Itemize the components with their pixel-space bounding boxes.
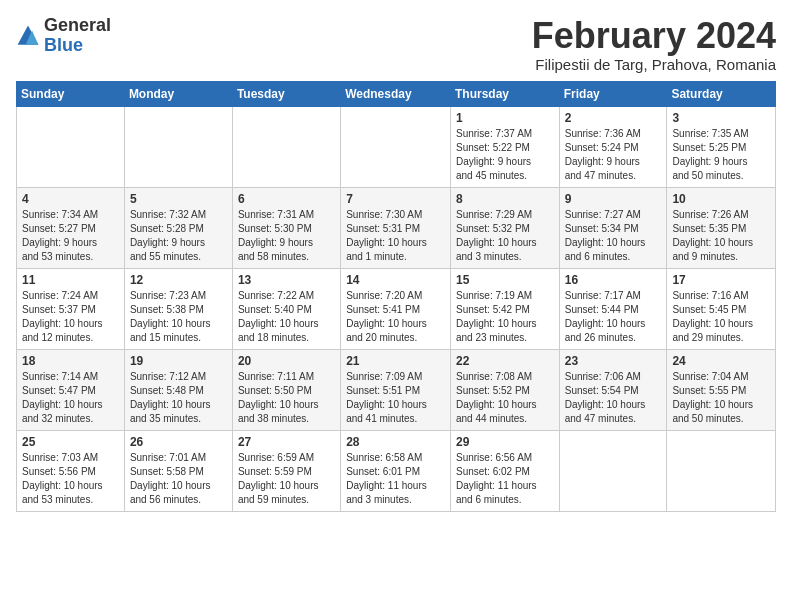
day-info: Sunrise: 7:34 AM Sunset: 5:27 PM Dayligh… xyxy=(22,208,119,264)
calendar-cell: 15Sunrise: 7:19 AM Sunset: 5:42 PM Dayli… xyxy=(450,268,559,349)
calendar-cell: 14Sunrise: 7:20 AM Sunset: 5:41 PM Dayli… xyxy=(341,268,451,349)
day-number: 28 xyxy=(346,435,445,449)
day-number: 17 xyxy=(672,273,770,287)
day-info: Sunrise: 7:30 AM Sunset: 5:31 PM Dayligh… xyxy=(346,208,445,264)
day-number: 3 xyxy=(672,111,770,125)
main-title: February 2024 xyxy=(532,16,776,56)
day-number: 5 xyxy=(130,192,227,206)
day-number: 22 xyxy=(456,354,554,368)
calendar-cell: 20Sunrise: 7:11 AM Sunset: 5:50 PM Dayli… xyxy=(232,349,340,430)
day-info: Sunrise: 7:22 AM Sunset: 5:40 PM Dayligh… xyxy=(238,289,335,345)
day-info: Sunrise: 7:24 AM Sunset: 5:37 PM Dayligh… xyxy=(22,289,119,345)
calendar-cell: 24Sunrise: 7:04 AM Sunset: 5:55 PM Dayli… xyxy=(667,349,776,430)
day-number: 19 xyxy=(130,354,227,368)
day-number: 21 xyxy=(346,354,445,368)
calendar-week-row: 4Sunrise: 7:34 AM Sunset: 5:27 PM Daylig… xyxy=(17,187,776,268)
day-number: 11 xyxy=(22,273,119,287)
day-info: Sunrise: 7:19 AM Sunset: 5:42 PM Dayligh… xyxy=(456,289,554,345)
day-info: Sunrise: 7:36 AM Sunset: 5:24 PM Dayligh… xyxy=(565,127,662,183)
weekday-header-sunday: Sunday xyxy=(17,81,125,106)
day-number: 18 xyxy=(22,354,119,368)
calendar-cell: 6Sunrise: 7:31 AM Sunset: 5:30 PM Daylig… xyxy=(232,187,340,268)
calendar-cell: 18Sunrise: 7:14 AM Sunset: 5:47 PM Dayli… xyxy=(17,349,125,430)
calendar-cell xyxy=(17,106,125,187)
weekday-header-saturday: Saturday xyxy=(667,81,776,106)
day-number: 8 xyxy=(456,192,554,206)
logo-text: General Blue xyxy=(44,16,111,56)
day-info: Sunrise: 6:58 AM Sunset: 6:01 PM Dayligh… xyxy=(346,451,445,507)
day-info: Sunrise: 7:03 AM Sunset: 5:56 PM Dayligh… xyxy=(22,451,119,507)
day-info: Sunrise: 7:16 AM Sunset: 5:45 PM Dayligh… xyxy=(672,289,770,345)
day-number: 10 xyxy=(672,192,770,206)
day-info: Sunrise: 7:04 AM Sunset: 5:55 PM Dayligh… xyxy=(672,370,770,426)
day-info: Sunrise: 7:20 AM Sunset: 5:41 PM Dayligh… xyxy=(346,289,445,345)
calendar-cell: 25Sunrise: 7:03 AM Sunset: 5:56 PM Dayli… xyxy=(17,430,125,511)
calendar-cell xyxy=(341,106,451,187)
calendar-cell: 1Sunrise: 7:37 AM Sunset: 5:22 PM Daylig… xyxy=(450,106,559,187)
day-number: 9 xyxy=(565,192,662,206)
day-number: 1 xyxy=(456,111,554,125)
day-info: Sunrise: 7:06 AM Sunset: 5:54 PM Dayligh… xyxy=(565,370,662,426)
day-number: 24 xyxy=(672,354,770,368)
day-info: Sunrise: 7:31 AM Sunset: 5:30 PM Dayligh… xyxy=(238,208,335,264)
title-block: February 2024 Filipestii de Targ, Prahov… xyxy=(532,16,776,73)
day-number: 16 xyxy=(565,273,662,287)
calendar-cell: 22Sunrise: 7:08 AM Sunset: 5:52 PM Dayli… xyxy=(450,349,559,430)
calendar-week-row: 25Sunrise: 7:03 AM Sunset: 5:56 PM Dayli… xyxy=(17,430,776,511)
day-info: Sunrise: 6:59 AM Sunset: 5:59 PM Dayligh… xyxy=(238,451,335,507)
day-info: Sunrise: 7:11 AM Sunset: 5:50 PM Dayligh… xyxy=(238,370,335,426)
weekday-header-wednesday: Wednesday xyxy=(341,81,451,106)
day-info: Sunrise: 7:01 AM Sunset: 5:58 PM Dayligh… xyxy=(130,451,227,507)
weekday-header-row: SundayMondayTuesdayWednesdayThursdayFrid… xyxy=(17,81,776,106)
day-number: 7 xyxy=(346,192,445,206)
calendar-cell: 11Sunrise: 7:24 AM Sunset: 5:37 PM Dayli… xyxy=(17,268,125,349)
calendar-cell: 16Sunrise: 7:17 AM Sunset: 5:44 PM Dayli… xyxy=(559,268,667,349)
day-number: 20 xyxy=(238,354,335,368)
logo-icon xyxy=(16,24,40,48)
day-number: 23 xyxy=(565,354,662,368)
day-info: Sunrise: 7:23 AM Sunset: 5:38 PM Dayligh… xyxy=(130,289,227,345)
page-header: General Blue February 2024 Filipestii de… xyxy=(16,16,776,73)
calendar-table: SundayMondayTuesdayWednesdayThursdayFrid… xyxy=(16,81,776,512)
day-number: 12 xyxy=(130,273,227,287)
day-info: Sunrise: 7:35 AM Sunset: 5:25 PM Dayligh… xyxy=(672,127,770,183)
day-number: 25 xyxy=(22,435,119,449)
day-number: 27 xyxy=(238,435,335,449)
day-info: Sunrise: 7:29 AM Sunset: 5:32 PM Dayligh… xyxy=(456,208,554,264)
day-info: Sunrise: 7:32 AM Sunset: 5:28 PM Dayligh… xyxy=(130,208,227,264)
calendar-cell: 3Sunrise: 7:35 AM Sunset: 5:25 PM Daylig… xyxy=(667,106,776,187)
day-number: 6 xyxy=(238,192,335,206)
calendar-cell: 29Sunrise: 6:56 AM Sunset: 6:02 PM Dayli… xyxy=(450,430,559,511)
calendar-cell: 5Sunrise: 7:32 AM Sunset: 5:28 PM Daylig… xyxy=(124,187,232,268)
day-number: 13 xyxy=(238,273,335,287)
calendar-cell xyxy=(232,106,340,187)
calendar-week-row: 18Sunrise: 7:14 AM Sunset: 5:47 PM Dayli… xyxy=(17,349,776,430)
calendar-cell: 2Sunrise: 7:36 AM Sunset: 5:24 PM Daylig… xyxy=(559,106,667,187)
calendar-cell: 19Sunrise: 7:12 AM Sunset: 5:48 PM Dayli… xyxy=(124,349,232,430)
day-info: Sunrise: 6:56 AM Sunset: 6:02 PM Dayligh… xyxy=(456,451,554,507)
day-info: Sunrise: 7:27 AM Sunset: 5:34 PM Dayligh… xyxy=(565,208,662,264)
calendar-cell xyxy=(667,430,776,511)
calendar-cell: 8Sunrise: 7:29 AM Sunset: 5:32 PM Daylig… xyxy=(450,187,559,268)
day-info: Sunrise: 7:37 AM Sunset: 5:22 PM Dayligh… xyxy=(456,127,554,183)
day-info: Sunrise: 7:14 AM Sunset: 5:47 PM Dayligh… xyxy=(22,370,119,426)
weekday-header-tuesday: Tuesday xyxy=(232,81,340,106)
day-number: 2 xyxy=(565,111,662,125)
calendar-cell: 23Sunrise: 7:06 AM Sunset: 5:54 PM Dayli… xyxy=(559,349,667,430)
calendar-cell: 4Sunrise: 7:34 AM Sunset: 5:27 PM Daylig… xyxy=(17,187,125,268)
day-number: 15 xyxy=(456,273,554,287)
calendar-cell: 12Sunrise: 7:23 AM Sunset: 5:38 PM Dayli… xyxy=(124,268,232,349)
calendar-cell: 26Sunrise: 7:01 AM Sunset: 5:58 PM Dayli… xyxy=(124,430,232,511)
calendar-cell: 13Sunrise: 7:22 AM Sunset: 5:40 PM Dayli… xyxy=(232,268,340,349)
day-info: Sunrise: 7:12 AM Sunset: 5:48 PM Dayligh… xyxy=(130,370,227,426)
day-number: 29 xyxy=(456,435,554,449)
day-info: Sunrise: 7:26 AM Sunset: 5:35 PM Dayligh… xyxy=(672,208,770,264)
calendar-cell: 28Sunrise: 6:58 AM Sunset: 6:01 PM Dayli… xyxy=(341,430,451,511)
calendar-cell xyxy=(124,106,232,187)
weekday-header-friday: Friday xyxy=(559,81,667,106)
weekday-header-monday: Monday xyxy=(124,81,232,106)
calendar-cell: 27Sunrise: 6:59 AM Sunset: 5:59 PM Dayli… xyxy=(232,430,340,511)
day-number: 14 xyxy=(346,273,445,287)
day-number: 26 xyxy=(130,435,227,449)
calendar-week-row: 1Sunrise: 7:37 AM Sunset: 5:22 PM Daylig… xyxy=(17,106,776,187)
